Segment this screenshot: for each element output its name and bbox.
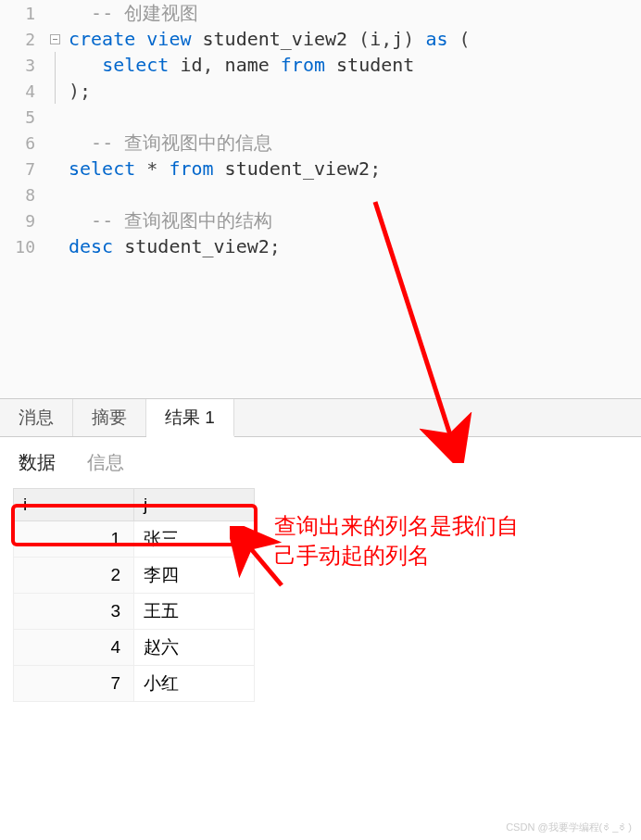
annotation-line-1: 查询出来的列名是我们自 [274,511,519,541]
tab-message[interactable]: 消息 [0,399,73,436]
column-header[interactable]: i [14,489,134,521]
line-number: 4 [0,81,46,101]
code-content[interactable]: desc student_view2; [63,235,281,257]
cell-i[interactable]: 2 [14,558,134,594]
table-row[interactable]: 4赵六 [14,630,255,666]
table-row[interactable]: 2李四 [14,558,255,594]
line-number: 6 [0,133,46,153]
cell-j[interactable]: 张三 [134,521,255,558]
subtab-data[interactable]: 数据 [17,446,57,479]
code-line[interactable]: 8 [0,182,641,207]
code-line[interactable]: 10desc student_view2; [0,233,641,259]
fold-gutter [46,34,63,44]
subtab-info[interactable]: 信息 [85,446,126,479]
table-row[interactable]: 7小红 [14,666,255,702]
code-line[interactable]: 6 -- 查询视图中的信息 [0,130,641,156]
cell-j[interactable]: 李四 [134,558,255,594]
result-table[interactable]: ij1张三2李四3王五4赵六7小红 [13,488,255,702]
line-number: 9 [0,211,46,231]
code-content[interactable]: select * from student_view2; [63,157,381,180]
code-line[interactable]: 3 select id, name from student [0,52,641,78]
code-line[interactable]: 9 -- 查询视图中的结构 [0,207,641,233]
code-editor[interactable]: 1 -- 创建视图2create view student_view2 (i,j… [0,0,641,398]
line-number: 8 [0,185,46,205]
annotation-text: 查询出来的列名是我们自 己手动起的列名 [274,511,519,571]
code-line[interactable]: 4); [0,78,641,104]
tab-summary[interactable]: 摘要 [73,399,146,436]
line-number: 3 [0,56,46,75]
line-number: 2 [0,30,46,49]
code-line[interactable]: 2create view student_view2 (i,j) as ( [0,26,641,52]
line-number: 10 [0,237,46,257]
code-line[interactable]: 5 [0,104,641,130]
line-number: 7 [0,159,46,179]
column-header[interactable]: j [134,489,255,521]
line-number: 5 [0,107,46,127]
tab-result1[interactable]: 结果 1 [146,399,234,437]
cell-i[interactable]: 4 [14,630,134,666]
annotation-line-2: 己手动起的列名 [274,541,519,570]
fold-gutter [46,78,63,104]
cell-j[interactable]: 赵六 [134,630,255,666]
table-header-row: ij [14,489,255,521]
code-content[interactable]: -- 查询视图中的结构 [63,208,272,233]
cell-j[interactable]: 小红 [134,666,255,702]
table-row[interactable]: 3王五 [14,594,255,630]
sub-tabs: 数据信息 [0,437,641,484]
table-row[interactable]: 1张三 [14,521,255,558]
code-line[interactable]: 1 -- 创建视图 [0,0,641,26]
code-content[interactable]: ); [63,80,91,102]
code-content[interactable]: -- 创建视图 [63,1,198,26]
code-line[interactable]: 7select * from student_view2; [0,156,641,182]
cell-j[interactable]: 王五 [134,594,255,630]
code-content[interactable]: select id, name from student [63,54,414,76]
line-number: 1 [0,4,46,23]
code-content[interactable]: create view student_view2 (i,j) as ( [63,28,471,50]
fold-gutter [46,52,63,78]
cell-i[interactable]: 7 [14,666,134,702]
cell-i[interactable]: 3 [14,594,134,630]
cell-i[interactable]: 1 [14,521,134,558]
result-tabs: 消息摘要结果 1 [0,398,641,437]
code-content[interactable]: -- 查询视图中的信息 [63,131,272,156]
watermark: CSDN @我要学编程(ಥ_ಥ) [506,821,632,834]
fold-toggle-icon[interactable] [50,34,60,44]
